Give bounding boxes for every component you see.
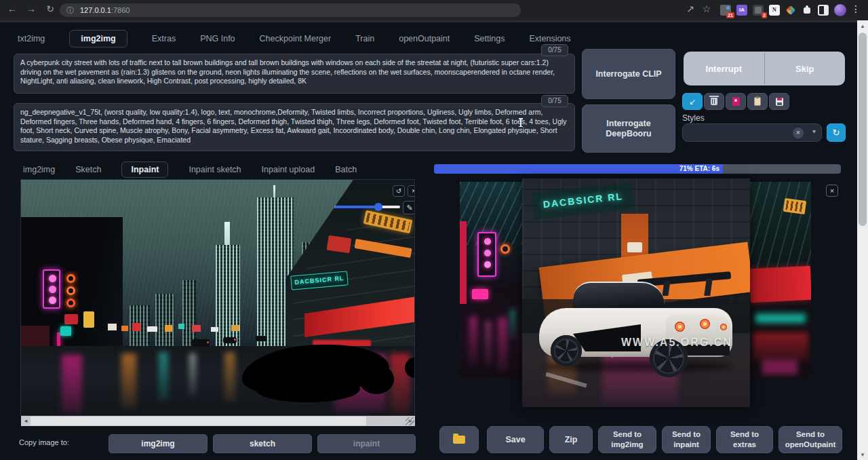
- send-to-openoutpaint-button[interactable]: Send to openOutpaint: [778, 426, 842, 453]
- scroll-down-icon[interactable]: ▾: [857, 449, 868, 460]
- tab-settings[interactable]: Settings: [474, 34, 505, 43]
- text-cursor: [520, 118, 521, 127]
- art-reflection: [159, 352, 168, 401]
- clear-prompt-button[interactable]: [704, 93, 724, 110]
- bookmark-star-icon[interactable]: ☆: [700, 3, 713, 14]
- copy-to-sketch-button[interactable]: sketch: [213, 434, 312, 453]
- art-billboard: [165, 325, 172, 332]
- copy-to-inpaint-button[interactable]: inpaint: [317, 434, 416, 453]
- brush-icon[interactable]: ✎: [403, 201, 415, 214]
- subtab-inpaint[interactable]: Inpaint: [121, 161, 168, 178]
- paste-generation-params-button[interactable]: ↙: [682, 93, 703, 110]
- save-button[interactable]: Save: [487, 426, 544, 453]
- art-billboard: [231, 325, 239, 331]
- gallery-thumb-left[interactable]: [460, 182, 522, 379]
- h-scroll-thumb[interactable]: [31, 417, 366, 425]
- art-neon-ring: [500, 244, 510, 254]
- clear-styles-icon[interactable]: ×: [793, 128, 804, 138]
- canvas-close-icon[interactable]: ×: [408, 185, 415, 197]
- main-tab-bar: txt2img img2img Extras PNG Info Checkpoi…: [18, 30, 571, 47]
- prompt-textarea[interactable]: A cyberpunk city street with lots of tra…: [14, 54, 575, 94]
- refresh-styles-button[interactable]: ↻: [827, 123, 846, 142]
- send-to-extras-button[interactable]: Send to extras: [716, 426, 773, 453]
- save-style-button[interactable]: [769, 93, 789, 110]
- chevron-down-icon[interactable]: ▾: [812, 128, 816, 135]
- browser-window: ← → ↻ ⓘ 127.0.0.1:7860 ↗ ☆ 21 IA 3 N ⋮: [0, 0, 868, 460]
- zip-label: Zip: [565, 435, 578, 445]
- forward-icon[interactable]: →: [24, 3, 38, 14]
- extension-icon-ia[interactable]: IA: [736, 5, 747, 16]
- share-icon[interactable]: ↗: [684, 3, 697, 14]
- address-bar[interactable]: ⓘ 127.0.0.1:7860: [60, 3, 521, 17]
- card-icon: [732, 97, 740, 106]
- copy-to-img2img-button[interactable]: img2img: [108, 434, 208, 453]
- tab-img2img[interactable]: img2img: [69, 30, 127, 47]
- puzzle-glyph: [804, 7, 810, 14]
- chrome-menu-icon[interactable]: ⋮: [849, 3, 863, 14]
- open-folder-button[interactable]: [439, 426, 479, 453]
- canvas-h-scrollbar[interactable]: ◂ ▸: [21, 416, 415, 426]
- window-v-scrollbar[interactable]: ▴ ▾: [857, 20, 868, 460]
- negative-prompt-textarea[interactable]: ng_deepnegative_v1_75t, (worst quality, …: [14, 103, 575, 151]
- gallery-preview-image[interactable]: DACBSICR RL WWW: [522, 178, 750, 407]
- art-wheel-front: [551, 335, 582, 366]
- interrupt-button[interactable]: Interrupt: [684, 52, 764, 85]
- interrupt-skip-group: Interrupt Skip: [684, 52, 845, 85]
- extensions-puzzle-icon[interactable]: [802, 5, 812, 16]
- subtab-img2img[interactable]: img2img: [23, 165, 55, 174]
- art-reflection: [224, 352, 235, 401]
- tab-train[interactable]: Train: [355, 34, 374, 43]
- extra-networks-button[interactable]: [726, 93, 746, 110]
- interrogate-deepbooru-button[interactable]: Interrogate DeepBooru: [582, 104, 675, 153]
- art-tail-light: [675, 322, 685, 332]
- interrogate-clip-button[interactable]: Interrogate CLIP: [582, 49, 675, 99]
- art-tail-light: [234, 339, 236, 341]
- extension-icon-diamond[interactable]: [785, 5, 796, 16]
- apply-styles-button[interactable]: [747, 93, 768, 110]
- extension-icon-1[interactable]: 21: [720, 5, 731, 16]
- resize-grip[interactable]: [406, 417, 414, 425]
- send-to-img2img-button[interactable]: Send to img2img: [598, 426, 656, 453]
- progress-fill: 71% ETA: 6s: [434, 164, 723, 174]
- undo-icon[interactable]: ↺: [393, 185, 405, 197]
- art-billboard: [108, 324, 117, 330]
- styles-dropdown[interactable]: × ▾: [682, 123, 822, 142]
- subtab-sketch[interactable]: Sketch: [75, 165, 101, 174]
- tab-extensions[interactable]: Extensions: [529, 34, 570, 43]
- v-scroll-thumb[interactable]: [859, 33, 867, 226]
- gallery-thumb-right[interactable]: [750, 182, 811, 379]
- tab-extras[interactable]: Extras: [152, 34, 176, 43]
- subtab-batch[interactable]: Batch: [335, 165, 357, 174]
- gallery-close-icon[interactable]: ×: [826, 185, 838, 197]
- slider-thumb[interactable]: [374, 203, 382, 211]
- zip-button[interactable]: Zip: [549, 426, 593, 453]
- scroll-left-icon[interactable]: ◂: [21, 416, 31, 426]
- inpaint-canvas[interactable]: DACBSICR RL ↺ × ✎: [20, 179, 415, 416]
- tab-openoutpaint[interactable]: openOutpaint: [399, 34, 450, 43]
- tab-txt2img[interactable]: txt2img: [18, 34, 45, 43]
- progress-bar: 71% ETA: 6s: [434, 164, 841, 174]
- tab-png-info[interactable]: PNG Info: [200, 34, 235, 43]
- site-info-icon[interactable]: ⓘ: [66, 3, 74, 17]
- back-icon[interactable]: ←: [5, 3, 19, 14]
- tab-checkpoint-merger[interactable]: Checkpoint Merger: [260, 34, 332, 43]
- art-reflection: [753, 332, 808, 361]
- profile-avatar[interactable]: [834, 4, 846, 16]
- interrogate-clip-label: Interrogate CLIP: [595, 69, 661, 79]
- sidebar-icon[interactable]: [818, 5, 829, 16]
- scroll-up-icon[interactable]: ▴: [857, 20, 868, 31]
- send-to-inpaint-button[interactable]: Send to inpaint: [662, 426, 711, 453]
- reload-icon[interactable]: ↻: [43, 3, 57, 14]
- prompt-token-counter: 0/75: [541, 44, 568, 56]
- art-wing-strut: [704, 279, 713, 296]
- extension-icon-n[interactable]: N: [769, 5, 780, 16]
- send-prefix: Send to: [613, 429, 642, 440]
- art-billboard: [211, 327, 218, 332]
- brush-size-slider[interactable]: [334, 206, 400, 208]
- chrome-divider: [0, 20, 868, 22]
- extension-icon-3[interactable]: 3: [753, 5, 764, 16]
- skip-button[interactable]: Skip: [765, 52, 846, 85]
- art-facade-lines: [750, 182, 811, 271]
- subtab-inpaint-sketch[interactable]: Inpaint sketch: [189, 165, 241, 174]
- subtab-inpaint-upload[interactable]: Inpaint upload: [262, 165, 315, 174]
